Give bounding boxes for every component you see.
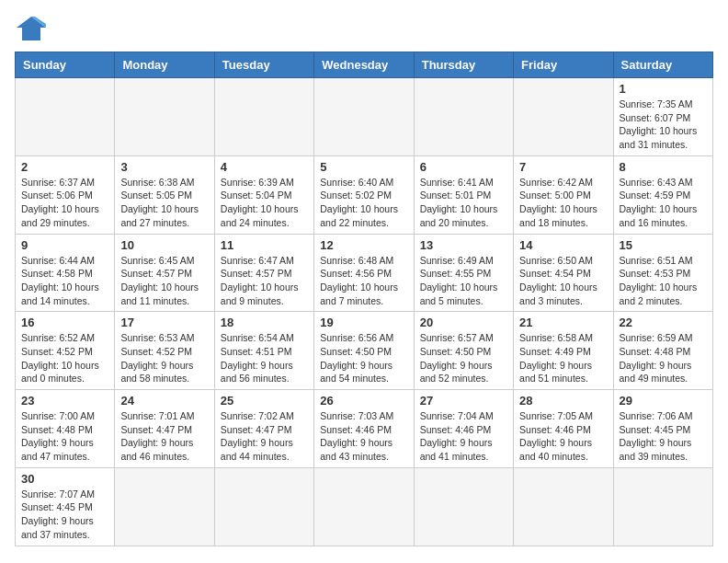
day-info: Sunrise: 6:51 AM Sunset: 4:53 PM Dayligh…: [620, 254, 707, 308]
weekday-header-friday: Friday: [514, 52, 613, 78]
calendar-day-cell: [414, 467, 513, 546]
day-info: Sunrise: 7:06 AM Sunset: 4:45 PM Dayligh…: [620, 409, 707, 464]
day-number: 2: [21, 160, 108, 174]
calendar-week-row: 9Sunrise: 6:44 AM Sunset: 4:58 PM Daylig…: [16, 234, 713, 312]
weekday-header-monday: Monday: [115, 52, 214, 78]
calendar-day-cell: 21Sunrise: 6:58 AM Sunset: 4:49 PM Dayli…: [514, 312, 613, 390]
day-info: Sunrise: 6:48 AM Sunset: 4:56 PM Dayligh…: [320, 254, 407, 308]
day-number: 10: [120, 238, 208, 252]
calendar-day-cell: 11Sunrise: 6:47 AM Sunset: 4:57 PM Dayli…: [214, 234, 313, 312]
day-number: 5: [320, 160, 407, 174]
day-number: 19: [320, 316, 407, 329]
calendar-day-cell: 29Sunrise: 7:06 AM Sunset: 4:45 PM Dayli…: [613, 390, 712, 468]
weekday-header-wednesday: Wednesday: [314, 52, 414, 78]
calendar-day-cell: 5Sunrise: 6:40 AM Sunset: 5:02 PM Daylig…: [314, 155, 414, 234]
day-number: 18: [221, 316, 308, 329]
day-info: Sunrise: 7:01 AM Sunset: 4:47 PM Dayligh…: [120, 409, 208, 464]
day-number: 7: [519, 160, 607, 174]
day-number: 24: [120, 394, 208, 408]
day-number: 22: [620, 316, 707, 329]
calendar-day-cell: 16Sunrise: 6:52 AM Sunset: 4:52 PM Dayli…: [16, 312, 115, 390]
day-number: 11: [221, 238, 308, 252]
weekday-header-tuesday: Tuesday: [214, 52, 313, 78]
calendar-day-cell: 20Sunrise: 6:57 AM Sunset: 4:50 PM Dayli…: [414, 312, 513, 390]
calendar-day-cell: 2Sunrise: 6:37 AM Sunset: 5:06 PM Daylig…: [16, 155, 115, 234]
day-number: 6: [420, 160, 507, 174]
day-info: Sunrise: 6:54 AM Sunset: 4:51 PM Dayligh…: [221, 331, 308, 385]
day-info: Sunrise: 6:49 AM Sunset: 4:55 PM Dayligh…: [420, 254, 507, 308]
day-info: Sunrise: 7:00 AM Sunset: 4:48 PM Dayligh…: [21, 409, 108, 464]
generalblue-logo-icon: [15, 15, 48, 42]
calendar-day-cell: [16, 78, 115, 156]
calendar-day-cell: 1Sunrise: 7:35 AM Sunset: 6:07 PM Daylig…: [613, 78, 712, 156]
day-info: Sunrise: 6:38 AM Sunset: 5:05 PM Dayligh…: [120, 176, 208, 230]
calendar-day-cell: 19Sunrise: 6:56 AM Sunset: 4:50 PM Dayli…: [314, 312, 414, 390]
day-number: 26: [320, 394, 407, 408]
day-number: 20: [420, 316, 507, 329]
day-info: Sunrise: 7:04 AM Sunset: 4:46 PM Dayligh…: [420, 409, 507, 464]
day-info: Sunrise: 6:58 AM Sunset: 4:49 PM Dayligh…: [519, 331, 607, 385]
day-number: 29: [620, 394, 707, 408]
calendar-day-cell: 30Sunrise: 7:07 AM Sunset: 4:45 PM Dayli…: [16, 467, 115, 546]
weekday-header-saturday: Saturday: [613, 52, 712, 78]
weekday-header-row: SundayMondayTuesdayWednesdayThursdayFrid…: [16, 52, 713, 78]
weekday-header-thursday: Thursday: [414, 52, 513, 78]
calendar-day-cell: [514, 78, 613, 156]
day-info: Sunrise: 7:05 AM Sunset: 4:46 PM Dayligh…: [519, 409, 607, 464]
calendar-day-cell: 27Sunrise: 7:04 AM Sunset: 4:46 PM Dayli…: [414, 390, 513, 468]
calendar-week-row: 2Sunrise: 6:37 AM Sunset: 5:06 PM Daylig…: [16, 155, 713, 234]
day-number: 8: [620, 160, 707, 174]
day-info: Sunrise: 6:50 AM Sunset: 4:54 PM Dayligh…: [519, 254, 607, 308]
day-info: Sunrise: 6:57 AM Sunset: 4:50 PM Dayligh…: [420, 331, 507, 385]
day-number: 9: [21, 238, 108, 252]
day-info: Sunrise: 7:07 AM Sunset: 4:45 PM Dayligh…: [21, 488, 108, 542]
calendar-day-cell: 23Sunrise: 7:00 AM Sunset: 4:48 PM Dayli…: [16, 390, 115, 468]
calendar-day-cell: 22Sunrise: 6:59 AM Sunset: 4:48 PM Dayli…: [613, 312, 712, 390]
day-info: Sunrise: 6:41 AM Sunset: 5:01 PM Dayligh…: [420, 176, 507, 230]
day-number: 25: [221, 394, 308, 408]
day-number: 15: [620, 238, 707, 252]
calendar-day-cell: [414, 78, 513, 156]
day-number: 4: [221, 160, 308, 174]
day-number: 17: [120, 316, 208, 329]
calendar-day-cell: 26Sunrise: 7:03 AM Sunset: 4:46 PM Dayli…: [314, 390, 414, 468]
calendar-week-row: 30Sunrise: 7:07 AM Sunset: 4:45 PM Dayli…: [16, 467, 713, 546]
header: [15, 15, 713, 42]
calendar-day-cell: 8Sunrise: 6:43 AM Sunset: 4:59 PM Daylig…: [613, 155, 712, 234]
day-number: 12: [320, 238, 407, 252]
calendar-day-cell: [115, 78, 214, 156]
day-info: Sunrise: 6:39 AM Sunset: 5:04 PM Dayligh…: [221, 176, 308, 230]
calendar-day-cell: 7Sunrise: 6:42 AM Sunset: 5:00 PM Daylig…: [514, 155, 613, 234]
calendar-day-cell: 3Sunrise: 6:38 AM Sunset: 5:05 PM Daylig…: [115, 155, 214, 234]
day-number: 30: [21, 472, 108, 486]
calendar-day-cell: 14Sunrise: 6:50 AM Sunset: 4:54 PM Dayli…: [514, 234, 613, 312]
day-info: Sunrise: 6:56 AM Sunset: 4:50 PM Dayligh…: [320, 331, 407, 385]
calendar-day-cell: [514, 467, 613, 546]
calendar-week-row: 23Sunrise: 7:00 AM Sunset: 4:48 PM Dayli…: [16, 390, 713, 468]
calendar-day-cell: 6Sunrise: 6:41 AM Sunset: 5:01 PM Daylig…: [414, 155, 513, 234]
calendar-table: SundayMondayTuesdayWednesdayThursdayFrid…: [15, 52, 713, 546]
calendar-day-cell: 15Sunrise: 6:51 AM Sunset: 4:53 PM Dayli…: [613, 234, 712, 312]
day-number: 28: [519, 394, 607, 408]
day-info: Sunrise: 6:52 AM Sunset: 4:52 PM Dayligh…: [21, 331, 108, 385]
day-info: Sunrise: 6:43 AM Sunset: 4:59 PM Dayligh…: [620, 176, 707, 230]
day-number: 1: [620, 82, 707, 96]
day-number: 3: [120, 160, 208, 174]
day-info: Sunrise: 6:53 AM Sunset: 4:52 PM Dayligh…: [120, 331, 208, 385]
day-info: Sunrise: 6:59 AM Sunset: 4:48 PM Dayligh…: [620, 331, 707, 385]
calendar-day-cell: 18Sunrise: 6:54 AM Sunset: 4:51 PM Dayli…: [214, 312, 313, 390]
day-info: Sunrise: 6:47 AM Sunset: 4:57 PM Dayligh…: [221, 254, 308, 308]
calendar-day-cell: 9Sunrise: 6:44 AM Sunset: 4:58 PM Daylig…: [16, 234, 115, 312]
day-info: Sunrise: 6:44 AM Sunset: 4:58 PM Dayligh…: [21, 254, 108, 308]
day-info: Sunrise: 6:42 AM Sunset: 5:00 PM Dayligh…: [519, 176, 607, 230]
day-info: Sunrise: 7:03 AM Sunset: 4:46 PM Dayligh…: [320, 409, 407, 464]
day-info: Sunrise: 6:45 AM Sunset: 4:57 PM Dayligh…: [120, 254, 208, 308]
calendar-day-cell: 13Sunrise: 6:49 AM Sunset: 4:55 PM Dayli…: [414, 234, 513, 312]
calendar-day-cell: 24Sunrise: 7:01 AM Sunset: 4:47 PM Dayli…: [115, 390, 214, 468]
calendar-day-cell: 12Sunrise: 6:48 AM Sunset: 4:56 PM Dayli…: [314, 234, 414, 312]
logo: [15, 15, 51, 42]
calendar-day-cell: [214, 78, 313, 156]
calendar-day-cell: [613, 467, 712, 546]
day-number: 16: [21, 316, 108, 329]
calendar-week-row: 16Sunrise: 6:52 AM Sunset: 4:52 PM Dayli…: [16, 312, 713, 390]
